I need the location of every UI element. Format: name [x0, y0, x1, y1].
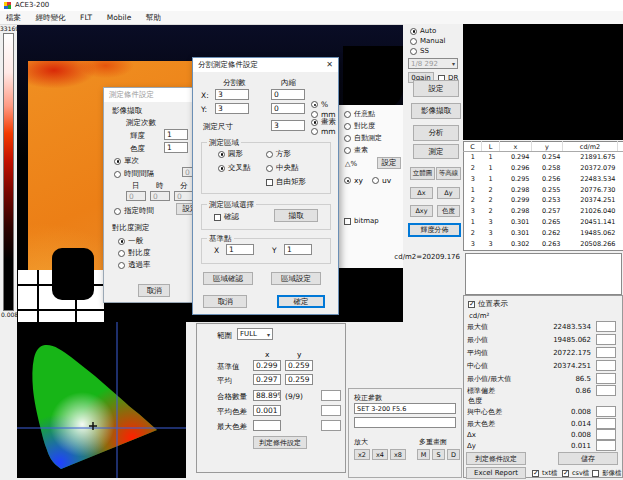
ok-button[interactable]: 確定: [277, 295, 325, 308]
luminance-count-field[interactable]: 1: [164, 129, 188, 140]
specified-time-radio[interactable]: [114, 208, 121, 215]
image-file-checkbox[interactable]: [592, 470, 599, 477]
minute-field[interactable]: 0: [174, 191, 194, 201]
x-division-field[interactable]: 3: [215, 89, 249, 100]
xy-radio[interactable]: [344, 177, 351, 184]
zoom-x8-button[interactable]: x8: [390, 449, 406, 460]
menu-flt[interactable]: FLT: [74, 11, 98, 22]
table-row[interactable]: 210.2960.25820372.0799722: [464, 163, 623, 174]
uv-radio[interactable]: [372, 177, 379, 184]
cross-point-radio[interactable]: [218, 165, 225, 172]
delta-xy-button[interactable]: Δxy: [410, 205, 433, 217]
table-row[interactable]: 230.3010.26219485.0628897: [464, 228, 623, 239]
exposure-ss-radio[interactable]: [410, 48, 417, 55]
txt-file-checkbox[interactable]: [532, 470, 539, 477]
hour-field[interactable]: 0: [150, 191, 170, 201]
judge-settings-button[interactable]: 判定條件設定: [466, 452, 526, 465]
exposure-manual-radio[interactable]: [410, 38, 417, 45]
delta-x-button[interactable]: Δx: [410, 187, 433, 199]
table-row[interactable]: 320.2980.25721026.0409616: [464, 206, 623, 217]
mode-any-point-radio[interactable]: [344, 111, 351, 118]
contrast-radio[interactable]: [118, 250, 125, 257]
menu-help[interactable]: 幫助: [140, 11, 167, 23]
measure-button[interactable]: 測定: [413, 144, 459, 159]
table-row[interactable]: 130.3010.26520451.1418684: [464, 217, 623, 228]
center-point-radio[interactable]: [266, 165, 273, 172]
mode-contrast-radio[interactable]: [344, 123, 351, 130]
range-combo[interactable]: FULL▾: [237, 328, 273, 340]
excel-report-button[interactable]: Excel Report: [466, 467, 526, 479]
menu-file[interactable]: 檔案: [0, 11, 27, 23]
shutter-combo[interactable]: 1/8 292▾: [408, 58, 458, 69]
contour-button[interactable]: 等高線: [436, 167, 461, 180]
capture-area-button[interactable]: 擷取: [274, 209, 318, 222]
transmittance-radio[interactable]: [118, 262, 125, 269]
normal-radio[interactable]: [118, 238, 125, 245]
table-row[interactable]: 110.2940.25421891.67510407: [464, 152, 623, 164]
reference-y-field[interactable]: 0.259: [285, 360, 313, 371]
base-x-field[interactable]: 1: [226, 244, 254, 255]
average-y-field[interactable]: 0.259: [285, 374, 313, 385]
solid-view-button[interactable]: 立體圖: [410, 167, 435, 180]
square-radio[interactable]: [266, 151, 273, 158]
area-set-button[interactable]: 區域設定: [271, 272, 321, 285]
circle-radio[interactable]: [218, 151, 225, 158]
free-rect-checkbox[interactable]: [266, 179, 273, 186]
bitmap-checkbox[interactable]: [344, 218, 351, 225]
delta-y-button[interactable]: Δy: [437, 187, 460, 199]
position-display-checkbox[interactable]: [468, 301, 475, 308]
chroma-count-field[interactable]: 1: [164, 142, 188, 153]
confirm-checkbox[interactable]: [214, 214, 221, 221]
size-mm-radio[interactable]: [311, 128, 318, 135]
range-judge-settings-button[interactable]: 判定條件設定: [253, 436, 307, 449]
stat-row-center-diff: 與中心色差0.008: [467, 406, 619, 417]
exposure-auto-radio[interactable]: [410, 28, 417, 35]
csv-file-checkbox[interactable]: [562, 470, 569, 477]
y-inset-field[interactable]: 0: [271, 103, 305, 114]
set-button[interactable]: 設定: [413, 80, 459, 97]
minute-label: 分: [180, 181, 188, 191]
multi-d-button[interactable]: D: [447, 449, 460, 460]
preview-image[interactable]: [463, 24, 623, 140]
zoom-x4-button[interactable]: x4: [372, 449, 388, 460]
app-icon: [4, 2, 11, 9]
cie-diagram[interactable]: [17, 322, 186, 478]
mode-pixel-radio[interactable]: [344, 147, 351, 154]
size-pixel-radio[interactable]: [311, 119, 318, 126]
area-confirm-button[interactable]: 區域確認: [203, 272, 253, 285]
zoom-x2-button[interactable]: x2: [354, 449, 370, 460]
x-inset-field[interactable]: 0: [271, 89, 305, 100]
table-row[interactable]: 310.2950.25622483.53410046: [464, 174, 623, 185]
table-row[interactable]: 120.2980.25520776.73010386: [464, 185, 623, 196]
multi-m-button[interactable]: M: [417, 449, 430, 460]
base-y-field[interactable]: 1: [284, 244, 312, 255]
average-x-field[interactable]: 0.297: [253, 374, 281, 385]
cancel-button[interactable]: 取消: [203, 295, 247, 308]
close-icon[interactable]: ✕: [326, 60, 333, 69]
multi-s-button[interactable]: S: [432, 449, 445, 460]
table-cell: 0.302: [500, 239, 532, 251]
size-field[interactable]: 3: [271, 120, 305, 131]
luminance-distribution-button[interactable]: 輝度分佈: [408, 223, 461, 237]
capture-button[interactable]: 影像擷取: [411, 103, 461, 119]
calibration-value-field[interactable]: SET 3-200 F5.6: [354, 403, 456, 414]
day-field[interactable]: 0: [126, 191, 146, 201]
dialog-title[interactable]: 分割測定條件設定: [193, 58, 338, 72]
message-list-box[interactable]: [465, 253, 622, 295]
menu-mobile[interactable]: Mobile: [101, 11, 138, 22]
mode-set-button[interactable]: 設定: [377, 157, 401, 169]
mode-auto-radio[interactable]: [344, 135, 351, 142]
save-button[interactable]: 儲存: [558, 452, 618, 465]
reference-x-field[interactable]: 0.299: [253, 360, 281, 371]
menu-time-change[interactable]: 經時變化: [30, 11, 72, 23]
table-row[interactable]: 220.2990.25320374.2519332: [464, 196, 623, 207]
calibration-extra-field[interactable]: [354, 417, 456, 428]
y-division-field[interactable]: 3: [215, 103, 249, 114]
analyze-button[interactable]: 分析: [413, 125, 459, 141]
cancel-button[interactable]: 取消: [138, 284, 170, 297]
table-row[interactable]: 330.3020.26320508.2668700: [464, 239, 623, 251]
chroma-button[interactable]: 色度: [437, 205, 460, 217]
inset-percent-radio[interactable]: [311, 101, 318, 108]
interval-radio[interactable]: [114, 171, 121, 178]
single-shot-radio[interactable]: [114, 158, 121, 165]
